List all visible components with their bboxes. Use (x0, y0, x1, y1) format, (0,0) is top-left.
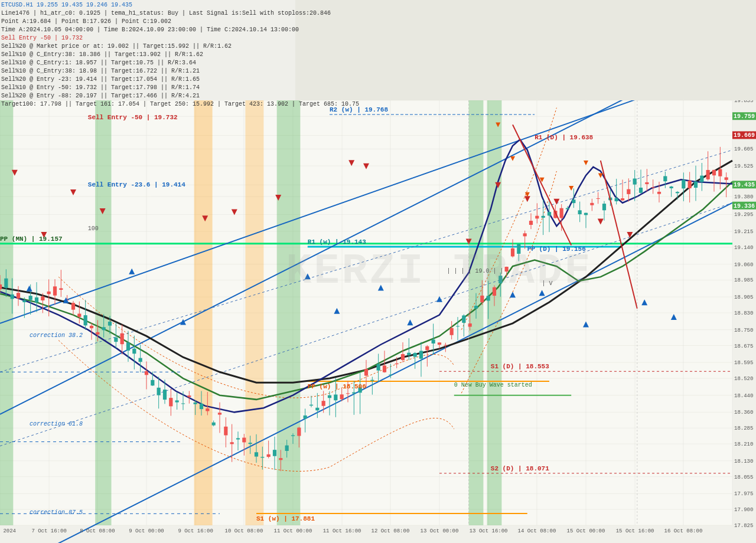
correction-61-label: correction 61.8 (30, 421, 83, 427)
correction-87-label: correction 87.5 (30, 509, 83, 516)
correction-38-label: correction 38.2 (30, 332, 83, 339)
chart-container: ETCUSD.H1 19.255 19.435 19.246 19.435 Li… (0, 0, 756, 543)
chart-canvas (0, 0, 756, 543)
